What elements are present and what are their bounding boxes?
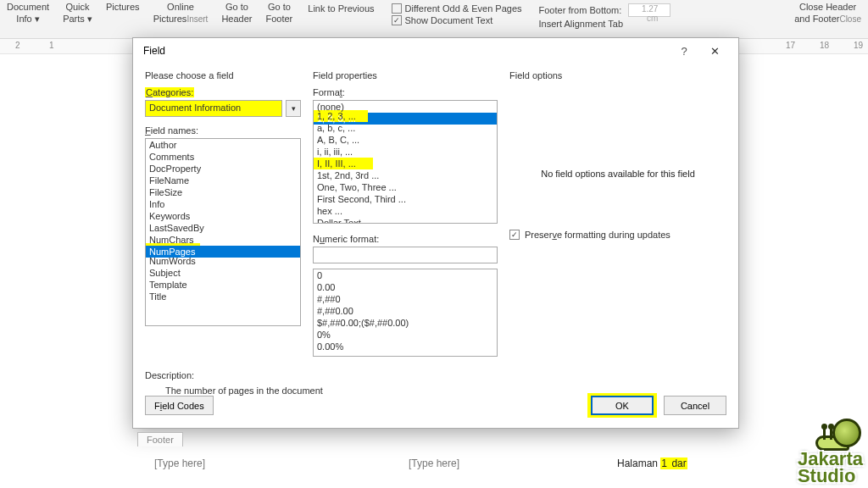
footer-page-text[interactable]: Halaman 1 dar [617,458,687,469]
ribbon-online-pictures[interactable]: Online PicturesInsert [147,0,215,38]
ribbon-goto-header[interactable]: Go to Header [214,0,259,38]
description-label: Description: [145,370,726,380]
choose-field-heading: Please choose a field [145,70,301,80]
ribbon: Document Info ▾ Quick Parts ▾ Pictures O… [0,0,868,39]
ribbon-group-insert: Insert [186,14,208,24]
format-listbox[interactable]: (none)1, 2, 3, ...1, 2, 3, ...a, b, c, .… [313,100,498,224]
ribbon-position-group: Footer from Bottom:1.27 cm Insert Alignm… [531,0,680,38]
cancel-button[interactable]: Cancel [664,396,726,415]
ribbon-show-doc-text[interactable]: ✓Show Document Text [392,15,522,25]
categories-select[interactable]: Document Information [145,100,282,117]
checkbox-icon [392,3,402,14]
ribbon-options-group: Different Odd & Even Pages ✓Show Documen… [383,0,531,38]
dialog-title: Field [143,45,165,57]
watermark-logo: JakartaStudio [798,451,863,485]
format-label: Format: [313,87,345,97]
ribbon-quick-parts[interactable]: Quick Parts ▾ [56,0,99,38]
ok-button[interactable]: OK [591,396,654,415]
field-names-label: Field names: [145,125,198,136]
chevron-down-icon[interactable]: ▾ [286,100,301,117]
checkbox-icon: ✓ [509,230,520,240]
field-dialog: Field ? ✕ Please choose a field Categori… [132,37,739,429]
snail-mascot-icon [815,417,861,451]
ribbon-link-previous[interactable]: Link to Previous [308,3,374,14]
checkbox-icon: ✓ [392,15,402,25]
footer-tab[interactable]: Footer [137,432,183,446]
ribbon-pictures[interactable]: Pictures [99,0,147,38]
field-codes-button[interactable]: Field Codes [145,396,214,415]
footer-placeholder-left[interactable]: [Type here] [154,458,205,469]
dialog-titlebar[interactable]: Field ? ✕ [133,38,738,64]
footer-bottom-value[interactable]: 1.27 cm [628,3,670,17]
field-properties-heading: Field properties [313,70,498,80]
numeric-format-label: Numeric format: [313,234,379,244]
field-options-heading: Field options [509,70,726,80]
no-options-message: No field options available for this fiel… [509,169,726,179]
categories-label: Categories: [145,87,194,97]
ribbon-diff-odd-even[interactable]: Different Odd & Even Pages [392,3,522,14]
ribbon-close-header-footer[interactable]: Close Header and FooterClose [787,0,868,38]
help-button[interactable]: ? [670,45,698,58]
footer-placeholder-center[interactable]: [Type here] [409,458,459,469]
numeric-format-input[interactable] [313,247,498,263]
ribbon-goto-footer[interactable]: Go to Footer [259,0,299,38]
ribbon-doc-info[interactable]: Document Info ▾ [0,0,56,38]
preserve-formatting-checkbox[interactable]: ✓ Preserve formatting during updates [509,230,726,240]
numeric-format-listbox[interactable]: 00.00#,##0#,##0.00$#,##0.00;($#,##0.00)0… [313,269,498,357]
field-names-listbox[interactable]: AuthorCommentsDocPropertyFileNameFileSiz… [145,138,301,326]
ribbon-nav-group: Link to Previous [299,0,382,38]
ribbon-footer-bottom[interactable]: Footer from Bottom:1.27 cm [539,3,671,17]
close-button[interactable]: ✕ [698,45,732,58]
ribbon-group-close: Close [839,14,861,24]
